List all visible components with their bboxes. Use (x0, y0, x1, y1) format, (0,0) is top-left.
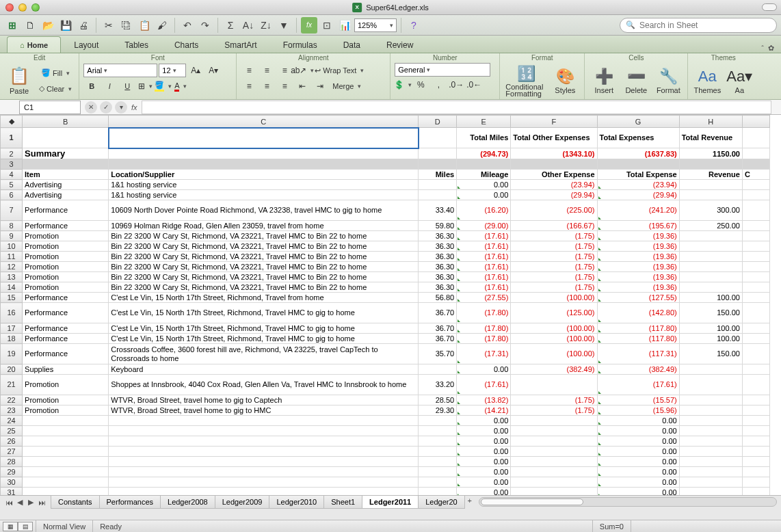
cell[interactable] (742, 344, 769, 364)
table-row[interactable]: 250.000.00 (1, 426, 770, 436)
cell[interactable] (742, 364, 769, 375)
cell[interactable]: (117.31) (597, 344, 679, 364)
tab-home[interactable]: ⌂Home (7, 36, 61, 53)
cell[interactable]: (19.36) (597, 231, 679, 241)
undo-icon[interactable]: ↶ (179, 17, 196, 34)
sheet-tab[interactable]: Ledger2009 (215, 496, 270, 509)
horizontal-scroll-thumb[interactable] (481, 498, 583, 505)
ribbon-collapse-icon[interactable]: ˆ (761, 44, 764, 53)
cell[interactable]: Promotion (23, 272, 109, 282)
cell[interactable]: 0.00 (457, 457, 511, 467)
row-header[interactable]: 11 (1, 252, 23, 262)
table-row[interactable]: 17PerformanceC'est Le Vin, 15 North 17th… (1, 323, 770, 334)
row-header[interactable]: 20 (1, 364, 23, 375)
cell[interactable] (679, 231, 742, 241)
cell[interactable] (742, 282, 769, 293)
cell[interactable] (109, 128, 419, 148)
cell[interactable]: 0.00 (457, 416, 511, 426)
delete-cells-button[interactable]: ➖Delete (621, 66, 651, 96)
sheet-nav-last-icon[interactable]: ⏭ (37, 498, 47, 507)
row-header[interactable]: 12 (1, 262, 23, 272)
cell[interactable]: (17.80) (457, 334, 511, 344)
cell[interactable]: 1&1 hosting service (109, 190, 419, 200)
cell[interactable]: 29.30 (419, 405, 457, 416)
cell[interactable]: (19.36) (597, 282, 679, 293)
conditional-formatting-button[interactable]: 🔢Conditional Formatting (504, 64, 548, 98)
cell[interactable] (679, 405, 742, 416)
new-file-icon[interactable]: 🗋 (22, 17, 38, 34)
cell[interactable] (679, 364, 742, 375)
increase-indent-icon[interactable]: ⇥ (312, 79, 328, 94)
cell[interactable]: 36.30 (419, 272, 457, 282)
formula-dropdown-icon[interactable]: ▾ (115, 101, 127, 114)
print-icon[interactable]: 🖨 (75, 17, 92, 34)
cell[interactable]: 33.40 (419, 200, 457, 221)
cell[interactable]: 56.80 (419, 293, 457, 303)
cell[interactable] (419, 180, 457, 190)
select-all-corner[interactable]: ◆ (1, 116, 23, 128)
row-header[interactable]: 1 (1, 128, 23, 148)
cell[interactable]: Location/Supplier (109, 170, 419, 180)
cell[interactable]: WTVR, Broad Street, travel home to gig t… (109, 395, 419, 405)
cell[interactable]: 36.30 (419, 241, 457, 252)
themes-button[interactable]: AaThemes (692, 66, 722, 96)
cell[interactable] (109, 159, 419, 170)
row-header[interactable]: 17 (1, 323, 23, 334)
cell[interactable]: (29.94) (511, 190, 597, 200)
increase-decimal-icon[interactable]: .0→ (448, 77, 464, 92)
tab-data[interactable]: Data (330, 36, 373, 53)
cell[interactable]: Performance (23, 293, 109, 303)
cell[interactable]: 300.00 (679, 200, 742, 221)
cell[interactable]: (142.80) (597, 303, 679, 323)
cell[interactable]: 0.00 (457, 447, 511, 457)
cell[interactable]: 0.00 (597, 416, 679, 426)
row-header[interactable]: 21 (1, 375, 23, 395)
cell[interactable]: (19.36) (597, 272, 679, 282)
align-right-icon[interactable]: ≡ (276, 79, 293, 94)
col-header[interactable]: C (109, 116, 419, 128)
cell[interactable] (742, 159, 769, 170)
col-header[interactable]: F (511, 116, 597, 128)
cell[interactable] (23, 426, 109, 436)
table-row[interactable]: 18PerformanceC'est Le Vin, 15 North 17th… (1, 334, 770, 344)
cell[interactable] (23, 477, 109, 488)
add-sheet-icon[interactable]: + (465, 496, 475, 505)
cell[interactable] (742, 303, 769, 323)
table-row[interactable]: 270.000.00 (1, 447, 770, 457)
cell[interactable]: (382.49) (511, 364, 597, 375)
cell[interactable]: Bin 22 3200 W Cary St, Richmond, VA 2322… (109, 262, 419, 272)
cell[interactable]: Supplies (23, 364, 109, 375)
cell[interactable]: 36.30 (419, 282, 457, 293)
cell[interactable] (511, 467, 597, 477)
cell[interactable]: 100.00 (679, 293, 742, 303)
cell[interactable] (419, 447, 457, 457)
cell[interactable] (742, 272, 769, 282)
cell[interactable] (419, 364, 457, 375)
cell[interactable] (419, 488, 457, 496)
cell[interactable]: (17.80) (457, 323, 511, 334)
cell[interactable]: 0.00 (457, 467, 511, 477)
fx-icon[interactable]: fx (301, 17, 317, 34)
row-header[interactable]: 14 (1, 282, 23, 293)
cell[interactable] (742, 252, 769, 262)
table-row[interactable]: 13PromotionBin 22 3200 W Cary St, Richmo… (1, 272, 770, 282)
cell[interactable]: (1.75) (511, 231, 597, 241)
row-header[interactable]: 5 (1, 180, 23, 190)
decrease-indent-icon[interactable]: ⇤ (294, 79, 310, 94)
cell[interactable] (679, 426, 742, 436)
redo-icon[interactable]: ↷ (197, 17, 213, 34)
cell[interactable] (742, 334, 769, 344)
cell[interactable] (679, 272, 742, 282)
table-row[interactable]: 23PromotionWTVR, Broad Street, travel ho… (1, 405, 770, 416)
align-middle-icon[interactable]: ≡ (259, 63, 275, 78)
cell[interactable] (419, 467, 457, 477)
cell[interactable]: (17.61) (457, 262, 511, 272)
row-header[interactable]: 25 (1, 426, 23, 436)
table-row[interactable]: 300.000.00 (1, 477, 770, 488)
cell[interactable]: Bin 22 3200 W Cary St, Richmond, VA 2322… (109, 241, 419, 252)
open-file-icon[interactable]: 📂 (40, 17, 56, 34)
cell[interactable] (679, 416, 742, 426)
cell[interactable]: (294.73) (457, 148, 511, 159)
cell[interactable]: 35.70 (419, 344, 457, 364)
tab-formulas[interactable]: Formulas (270, 36, 330, 53)
